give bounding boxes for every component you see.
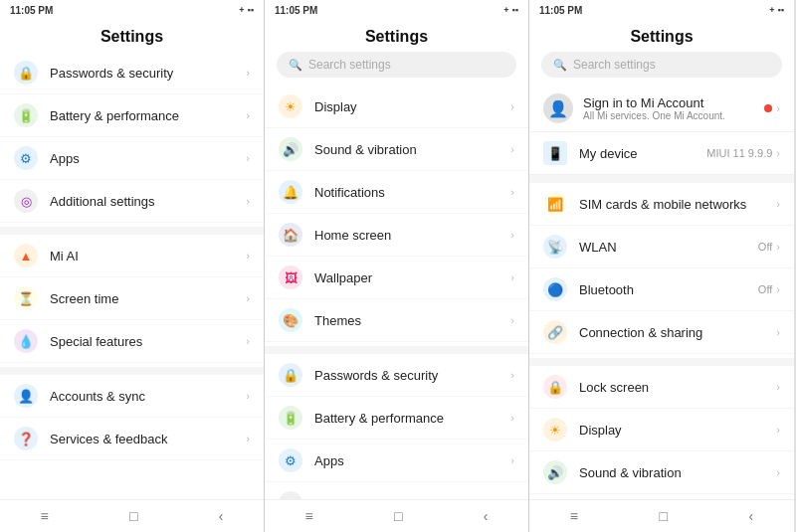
services-icon: ❓	[14, 427, 38, 450]
nav-home-btn[interactable]: □	[660, 508, 668, 524]
arrow-icon: ›	[510, 271, 514, 283]
list-item[interactable]: 🔒 Passwords & security ›	[0, 52, 264, 94]
nav-bar-2: ≡ □ ‹	[265, 499, 528, 532]
sound-icon: 🔊	[279, 137, 302, 161]
list-item[interactable]: 📡 WLAN Off ›	[529, 226, 794, 268]
list-item[interactable]: 🔒 Passwords & security ›	[265, 354, 528, 397]
my-device-item[interactable]: 📱 My device MIUI 11 9.9.9 ›	[529, 132, 794, 175]
time-2: 11:05 PM	[275, 5, 317, 16]
arrow-icon: ›	[776, 466, 780, 478]
nav-menu-btn[interactable]: ≡	[41, 508, 49, 524]
nav-menu-btn[interactable]: ≡	[305, 508, 313, 524]
accounts-icon: 👤	[14, 384, 38, 408]
arrow-icon: ›	[246, 335, 250, 347]
nav-back-btn[interactable]: ‹	[749, 508, 754, 524]
status-icons-2: + ▪▪	[503, 5, 518, 15]
device-version: MIUI 11 9.9.9	[706, 147, 772, 159]
list-item[interactable]: ☀ Display ›	[265, 86, 528, 128]
list-item[interactable]: 🔵 Bluetooth Off ›	[529, 268, 794, 311]
mi-account-label: Sign in to Mi Account	[583, 95, 764, 110]
search-placeholder-3: Search settings	[573, 58, 656, 72]
list-item[interactable]: 📶 SIM cards & mobile networks ›	[529, 183, 794, 226]
list-item[interactable]: ⏳ Screen time ›	[0, 277, 264, 320]
arrow-icon: ›	[776, 381, 780, 393]
status-bar-3: 11:05 PM + ▪▪	[529, 0, 794, 20]
arrow-icon: ›	[246, 109, 250, 121]
item-label: Passwords & security	[314, 368, 510, 383]
list-item[interactable]: 🎨 Themes ›	[265, 299, 528, 342]
list-item[interactable]: ◎ Additional settings ›	[265, 482, 528, 499]
phone-panel-1: 11:05 PM + ▪▪ Settings 🔒 Passwords & sec…	[0, 0, 265, 532]
item-label: Services & feedback	[50, 432, 246, 446]
status-bar-2: 11:05 PM + ▪▪	[265, 0, 528, 20]
divider	[529, 175, 794, 183]
list-item[interactable]: 🖼 Wallpaper ›	[265, 257, 528, 299]
section-2-1: ☀ Display › 🔊 Sound & vibration › 🔔 Noti…	[265, 86, 528, 342]
wallpaper-icon: 🖼	[279, 266, 302, 289]
apps-icon: ⚙	[14, 146, 38, 170]
arrow-icon: ›	[246, 390, 250, 402]
additional2-icon: ◎	[279, 491, 302, 499]
arrow-icon: ›	[510, 229, 514, 241]
nav-home-btn[interactable]: □	[394, 508, 402, 524]
item-label: Apps	[314, 453, 510, 468]
list-item[interactable]: 💧 Special features ›	[0, 320, 264, 363]
arrow-icon: ›	[246, 152, 250, 164]
list-item[interactable]: 🔗 Connection & sharing ›	[529, 311, 794, 354]
status-icons-3: + ▪▪	[769, 5, 784, 15]
nav-back-btn[interactable]: ‹	[484, 508, 489, 524]
item-label: Passwords & security	[50, 66, 246, 81]
list-item[interactable]: 🔋 Battery & performance ›	[0, 94, 264, 137]
list-item[interactable]: 🔊 Sound & vibration ›	[529, 451, 794, 494]
search-icon: 🔍	[553, 59, 567, 72]
nav-back-btn[interactable]: ‹	[219, 508, 224, 524]
list-item[interactable]: ⚙ Apps ›	[0, 137, 264, 180]
item-label: Battery & performance	[50, 108, 246, 123]
battery-icon-1: ▪▪	[248, 5, 254, 15]
list-item[interactable]: ◎ Additional settings ›	[0, 180, 264, 223]
themes-icon: 🎨	[279, 308, 302, 332]
list-item[interactable]: ▲ Mi AI ›	[0, 235, 264, 277]
search-bar-3[interactable]: 🔍 Search settings	[541, 52, 782, 78]
notifications-icon: 🔔	[279, 180, 302, 204]
arrow-icon: ›	[246, 67, 250, 79]
list-item[interactable]: 👤 Accounts & sync ›	[0, 375, 264, 418]
connection-icon: 🔗	[543, 320, 567, 344]
list-item[interactable]: ☀ Display ›	[529, 409, 794, 451]
list-item[interactable]: ⚙ Apps ›	[265, 440, 528, 482]
list-item[interactable]: 🔋 Battery & performance ›	[265, 397, 528, 440]
nav-home-btn[interactable]: □	[129, 508, 137, 524]
status-bar-1: 11:05 PM + ▪▪	[0, 0, 264, 20]
search-bar-2[interactable]: 🔍 Search settings	[277, 52, 516, 78]
device-label: My device	[579, 146, 706, 161]
phone-panel-3: 11:05 PM + ▪▪ Settings 🔍 Search settings…	[529, 0, 794, 532]
item-label: Lock screen	[579, 380, 776, 395]
item-label: Sound & vibration	[314, 142, 510, 157]
arrow-icon: ›	[510, 314, 514, 326]
item-label: Display	[314, 99, 510, 114]
arrow-icon: ›	[510, 454, 514, 466]
special-features-icon: 💧	[14, 329, 38, 353]
battery-icon: 🔋	[14, 103, 38, 127]
nav-menu-btn[interactable]: ≡	[570, 508, 578, 524]
wlan-status: Off	[758, 241, 772, 253]
list-item[interactable]: 🏠 Home screen ›	[265, 214, 528, 257]
arrow-icon: ›	[510, 143, 514, 155]
bluetooth-status: Off	[758, 283, 772, 295]
mi-account-item[interactable]: 👤 Sign in to Mi Account All Mi services.…	[529, 86, 794, 132]
battery-icon-2: ▪▪	[512, 5, 518, 15]
sim-icon: 📶	[543, 192, 567, 216]
miai-icon: ▲	[14, 244, 38, 267]
battery2-icon: 🔋	[279, 406, 302, 430]
status-icons-1: + ▪▪	[239, 5, 254, 15]
arrow-icon: ›	[776, 147, 780, 159]
section-1-2: ▲ Mi AI › ⏳ Screen time › 💧 Special feat…	[0, 235, 264, 363]
list-item[interactable]: 🔔 Notifications ›	[265, 171, 528, 214]
item-label: Additional settings	[50, 194, 246, 209]
list-item[interactable]: ❓ Services & feedback ›	[0, 418, 264, 460]
arrow-icon: ›	[776, 424, 780, 436]
list-item[interactable]: 🔊 Sound & vibration ›	[265, 128, 528, 171]
list-item[interactable]: 🔒 Lock screen ›	[529, 366, 794, 409]
divider	[0, 227, 264, 235]
battery-icon-3: ▪▪	[778, 5, 784, 15]
